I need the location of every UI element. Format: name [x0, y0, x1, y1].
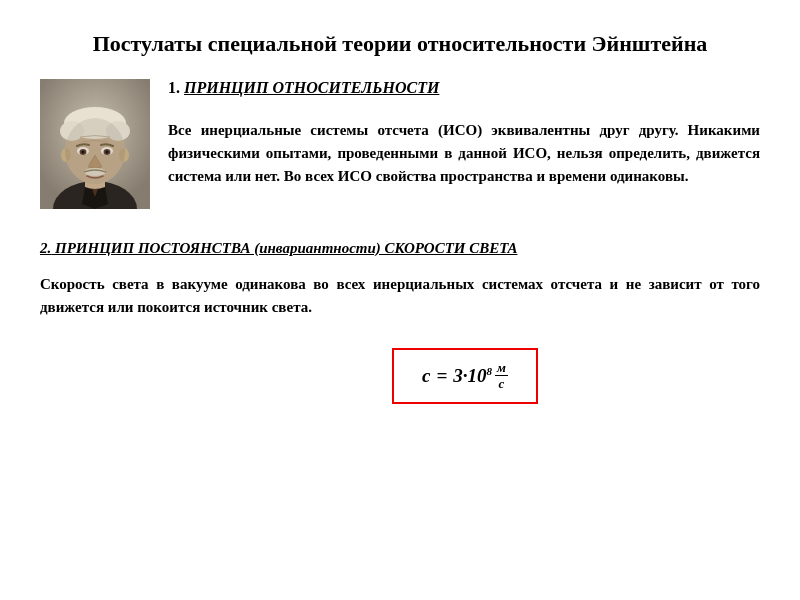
einstein-photo	[40, 79, 150, 209]
formula-unit-den: с	[497, 376, 507, 392]
formula-unit-num: м	[495, 360, 508, 377]
svg-point-17	[65, 118, 125, 184]
section1: 1. ПРИНЦИП ОТНОСИТЕЛЬНОСТИ Все инерциаль…	[40, 79, 760, 209]
principle1-heading: 1. ПРИНЦИП ОТНОСИТЕЛЬНОСТИ	[168, 79, 760, 97]
section1-text: 1. ПРИНЦИП ОТНОСИТЕЛЬНОСТИ Все инерциаль…	[168, 79, 760, 209]
principle2-title: ПРИНЦИП ПОСТОЯНСТВА (инвариантности) СКО…	[55, 240, 517, 256]
formula-unit: м с	[495, 360, 508, 392]
formula-lhs: c	[422, 365, 430, 387]
principle2-heading: 2. ПРИНЦИП ПОСТОЯНСТВА (инвариантности) …	[40, 237, 760, 260]
content-area: 1. ПРИНЦИП ОТНОСИТЕЛЬНОСТИ Все инерциаль…	[40, 79, 760, 404]
page-title: Постулаты специальной теории относительн…	[40, 30, 760, 59]
formula-coeff: 3·108	[453, 365, 492, 387]
formula-box: c = 3·108 м с	[392, 348, 538, 404]
principle1-title: ПРИНЦИП ОТНОСИТЕЛЬНОСТИ	[184, 79, 439, 96]
formula-exp: 8	[487, 365, 493, 377]
formula-equals: =	[436, 365, 447, 387]
formula-container: c = 3·108 м с	[40, 338, 760, 404]
principle2-body: Скорость света в вакууме одинакова во вс…	[40, 273, 760, 320]
principle1-number: 1.	[168, 79, 180, 96]
principle1-body: Все инерциальные системы отсчета (ИСО) э…	[168, 119, 760, 189]
principle2-number: 2.	[40, 240, 51, 256]
section2: 2. ПРИНЦИП ПОСТОЯНСТВА (инвариантности) …	[40, 237, 760, 404]
